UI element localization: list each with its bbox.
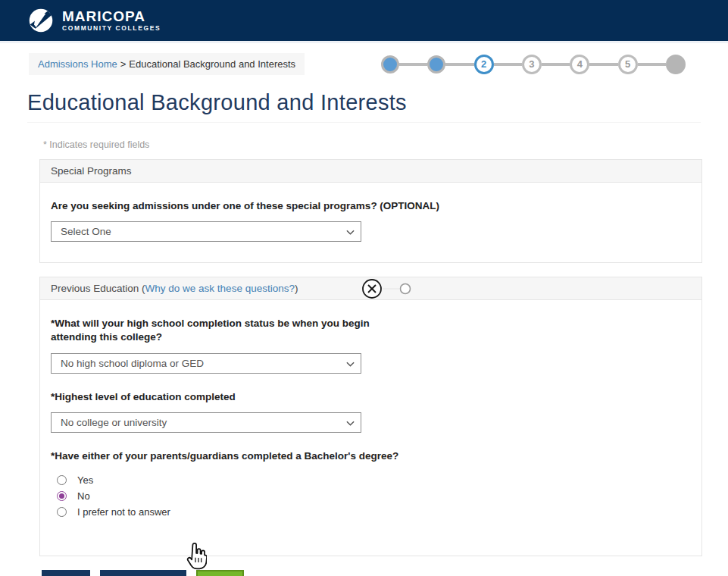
back-button[interactable]: BACK	[42, 570, 90, 576]
step-final	[666, 55, 686, 74]
step-connector	[494, 63, 522, 66]
step-connector	[542, 63, 570, 66]
radio-button-icon[interactable]	[57, 507, 67, 517]
radio-label-prefer-not: I prefer not to answer	[77, 506, 170, 518]
special-programs-header: Special Programs	[39, 159, 702, 183]
chevron-down-icon	[346, 228, 355, 236]
why-questions-link[interactable]: Why do we ask these questions?	[145, 283, 295, 294]
page-title: Educational Background and Interests	[27, 90, 701, 115]
chevron-down-icon	[346, 419, 355, 427]
previous-education-title-suffix: )	[295, 283, 298, 294]
radio-option-no[interactable]: No	[51, 490, 691, 502]
step-4: 4	[570, 55, 589, 74]
radio-button-icon-selected[interactable]	[57, 491, 67, 501]
special-programs-title: Special Programs	[51, 165, 132, 177]
parents-degree-radio-group: Yes No I prefer not to answer	[51, 474, 691, 518]
highest-level-question: *Highest level of education completed	[51, 390, 376, 404]
completion-status-question: *What will your high school completion s…	[51, 317, 376, 344]
parents-degree-question: *Have either of your parents/guardians c…	[51, 449, 407, 463]
step-3: 3	[522, 55, 542, 74]
x-circle-icon[interactable]	[361, 278, 383, 299]
step-connector	[638, 63, 666, 66]
radio-label-no: No	[77, 490, 90, 502]
previous-education-section: Previous Education (Why do we ask these …	[39, 277, 702, 556]
brand-subtitle: COMMUNITY COLLEGES	[62, 24, 161, 32]
page: MARICOPA COMMUNITY COLLEGES Admissions H…	[0, 0, 728, 576]
radio-option-yes[interactable]: Yes	[51, 474, 691, 486]
breadcrumb-separator: >	[120, 58, 127, 70]
special-programs-select-value: Select One	[61, 226, 111, 237]
logo-text: MARICOPA COMMUNITY COLLEGES	[62, 9, 161, 32]
step-current-2: 2	[474, 55, 494, 74]
icon-connector-line	[383, 288, 399, 290]
special-programs-question: Are you seeking admissions under one of …	[51, 199, 445, 213]
topbar: Admissions Home>Educational Background a…	[29, 53, 686, 75]
completion-status-select[interactable]: No high school diploma or GED	[51, 353, 361, 374]
previous-education-title-prefix: Previous Education (	[51, 283, 145, 294]
previous-education-body: *What will your high school completion s…	[39, 300, 702, 556]
breadcrumb: Admissions Home>Educational Background a…	[29, 53, 305, 75]
special-programs-section: Special Programs Are you seeking admissi…	[39, 159, 702, 263]
radio-label-yes: Yes	[77, 474, 93, 486]
breadcrumb-current: Educational Background and Interests	[129, 58, 295, 70]
radio-option-prefer-not[interactable]: I prefer not to answer	[51, 506, 691, 518]
form-actions: BACK SAVE & EXIT NEXT	[42, 570, 728, 576]
previous-education-header: Previous Education (Why do we ask these …	[39, 277, 702, 300]
maricopa-logo[interactable]: MARICOPA COMMUNITY COLLEGES	[27, 7, 161, 34]
step-connector	[399, 63, 427, 66]
step-2-complete	[427, 55, 445, 74]
save-exit-button[interactable]: SAVE & EXIT	[100, 570, 187, 576]
special-programs-select[interactable]: Select One	[51, 221, 361, 242]
empty-circle-icon[interactable]	[399, 283, 411, 295]
radio-button-icon[interactable]	[57, 475, 67, 485]
next-button[interactable]: NEXT	[196, 570, 244, 576]
step-5: 5	[618, 55, 638, 74]
highest-level-select-value: No college or university	[61, 417, 167, 428]
special-programs-body: Are you seeking admissions under one of …	[39, 183, 702, 263]
step-connector	[589, 63, 617, 66]
required-fields-note: * Indicates required fields	[43, 139, 728, 150]
maricopa-logo-icon	[27, 7, 55, 34]
progress-stepper: 2 3 4 5	[381, 55, 686, 74]
brand-name: MARICOPA	[62, 9, 161, 24]
completion-status-select-value: No high school diploma or GED	[61, 358, 204, 369]
step-connector	[445, 63, 473, 66]
header-overlay-icons	[361, 274, 411, 303]
site-header: MARICOPA COMMUNITY COLLEGES	[0, 0, 728, 43]
highest-level-select[interactable]: No college or university	[51, 412, 361, 433]
breadcrumb-link-admissions-home[interactable]: Admissions Home	[38, 58, 117, 70]
step-1-complete	[381, 55, 399, 74]
chevron-down-icon	[346, 360, 355, 368]
title-wrap: Educational Background and Interests	[27, 90, 701, 123]
